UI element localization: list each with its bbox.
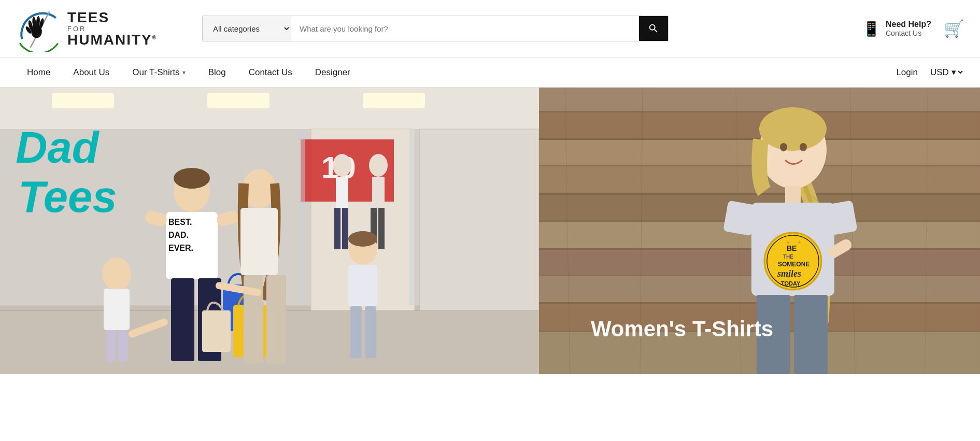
svg-rect-21: [336, 177, 348, 208]
svg-point-33: [174, 168, 210, 189]
logo-area: TEES FOR HUMANITY®: [16, 5, 192, 52]
svg-text:THE: THE: [783, 254, 793, 260]
svg-rect-10: [207, 93, 269, 108]
nav-blog[interactable]: Blog: [197, 58, 237, 87]
svg-point-85: [780, 143, 787, 151]
header-right: 📱 Need Help? Contact Us 🛒: [862, 19, 964, 38]
svg-rect-15: [420, 129, 539, 310]
svg-rect-52: [350, 306, 362, 358]
hero-left[interactable]: 10 BEST: [0, 88, 539, 374]
currency-select[interactable]: USD ▾ EUR GBP: [928, 58, 964, 87]
svg-rect-31: [118, 330, 127, 361]
svg-rect-27: [378, 208, 385, 249]
svg-rect-11: [363, 93, 425, 108]
svg-rect-60: [539, 111, 980, 112]
nav-left: Home About Us Our T-Shirts ▾ Blog Contac…: [16, 58, 891, 87]
svg-rect-59: [539, 88, 980, 111]
search-button[interactable]: [639, 16, 668, 41]
brand-name: TEES FOR HUMANITY®: [67, 10, 157, 47]
svg-rect-40: [171, 278, 194, 361]
svg-rect-101: [794, 295, 828, 374]
svg-rect-29: [104, 289, 130, 330]
nav-designer[interactable]: Designer: [304, 58, 362, 87]
svg-text:TODAY: TODAY: [781, 280, 801, 287]
search-input[interactable]: [291, 16, 639, 41]
nav-tshirts[interactable]: Our T-Shirts ▾: [121, 58, 196, 87]
nav-contact[interactable]: Contact Us: [237, 58, 304, 87]
brand-tees: TEES: [67, 10, 157, 25]
svg-rect-25: [372, 177, 385, 208]
hero-section: 10 BEST: [0, 88, 980, 374]
svg-text:SOMEONE: SOMEONE: [778, 261, 809, 268]
svg-text:Dad: Dad: [16, 123, 100, 172]
svg-point-28: [102, 258, 131, 291]
svg-point-86: [800, 143, 807, 151]
svg-point-50: [348, 231, 377, 247]
nav-about[interactable]: About Us: [62, 58, 121, 87]
svg-rect-22: [334, 208, 340, 249]
svg-text:★: ★: [786, 239, 790, 245]
svg-text:EVER.: EVER.: [168, 244, 193, 252]
hero-right-scene: BE THE SOMEONE smiles TODAY ★ ★ Women's …: [539, 88, 980, 374]
svg-rect-90: [823, 200, 858, 236]
svg-text:smiles: smiles: [777, 268, 801, 279]
phone-icon: 📱: [862, 20, 880, 37]
svg-text:Women's T-Shirts: Women's T-Shirts: [591, 317, 773, 341]
svg-point-20: [333, 154, 351, 177]
svg-rect-53: [365, 306, 376, 358]
nav-bar: Home About Us Our T-Shirts ▾ Blog Contac…: [0, 58, 980, 88]
brand-humanity: HUMANITY®: [67, 33, 157, 47]
contact-link[interactable]: Contact Us: [886, 29, 931, 37]
svg-rect-23: [342, 208, 348, 249]
svg-rect-89: [723, 201, 757, 236]
chevron-down-icon: ▾: [182, 69, 186, 76]
svg-rect-51: [348, 265, 377, 306]
svg-text:★: ★: [797, 239, 802, 245]
svg-text:BEST.: BEST.: [168, 218, 192, 226]
svg-rect-30: [106, 330, 116, 361]
category-dropdown[interactable]: All categories Men's T-Shirts Women's T-…: [203, 16, 291, 41]
svg-rect-9: [52, 93, 114, 108]
svg-rect-46: [240, 208, 278, 275]
cart-icon[interactable]: 🛒: [944, 19, 964, 38]
help-text: Need Help? Contact Us: [886, 20, 931, 37]
svg-rect-19: [409, 129, 414, 305]
nav-right: Login USD ▾ EUR GBP: [891, 58, 964, 87]
hero-left-scene: 10 BEST: [0, 88, 539, 374]
header: TEES FOR HUMANITY® All categories Men's …: [0, 0, 980, 58]
search-icon: [648, 23, 659, 34]
svg-rect-18: [301, 129, 305, 305]
svg-text:DAD.: DAD.: [168, 231, 189, 239]
svg-rect-44: [202, 310, 231, 352]
need-help-label: Need Help?: [886, 20, 931, 29]
svg-rect-87: [785, 186, 801, 204]
logo-icon: [16, 5, 62, 52]
hero-right[interactable]: BE THE SOMEONE smiles TODAY ★ ★ Women's …: [539, 88, 980, 374]
svg-point-84: [759, 107, 827, 151]
login-link[interactable]: Login: [891, 58, 923, 87]
svg-rect-61: [539, 112, 980, 138]
svg-rect-48: [266, 275, 286, 363]
svg-point-24: [369, 154, 388, 177]
nav-home[interactable]: Home: [16, 58, 62, 87]
svg-text:Tees: Tees: [18, 172, 117, 221]
search-bar: All categories Men's T-Shirts Women's T-…: [202, 16, 669, 41]
help-area: 📱 Need Help? Contact Us: [862, 20, 931, 37]
svg-text:BE: BE: [787, 244, 797, 252]
